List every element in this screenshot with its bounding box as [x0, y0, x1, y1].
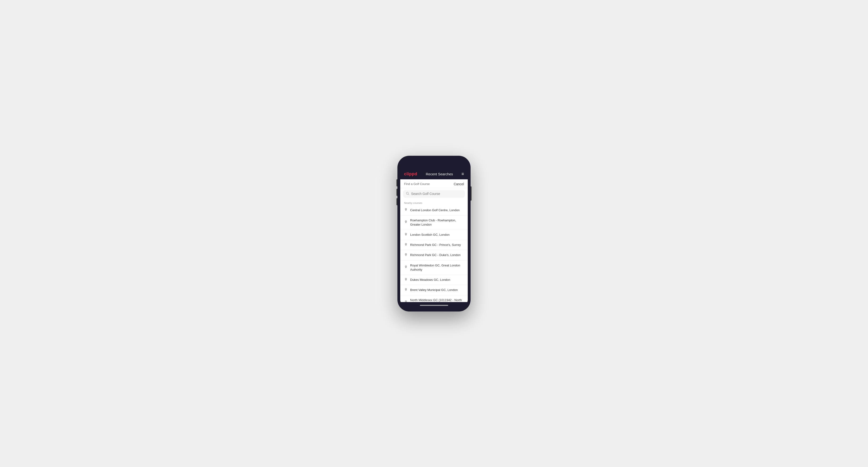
phone-screen: clippd Recent Searches ≡ Find a Golf Cou… [400, 159, 468, 309]
svg-line-1 [408, 194, 409, 195]
location-pin-icon [404, 253, 408, 257]
volume-down-button [397, 189, 397, 196]
location-pin-icon [404, 288, 408, 292]
phone-frame: clippd Recent Searches ≡ Find a Golf Cou… [397, 156, 471, 311]
menu-icon[interactable]: ≡ [461, 172, 464, 177]
search-bar [403, 190, 465, 198]
list-item[interactable]: Richmond Park GC - Duke's, London [400, 250, 468, 260]
location-pin-icon [404, 243, 408, 247]
home-bar [420, 305, 448, 306]
course-name: London Scottish GC, London [410, 233, 450, 237]
list-item[interactable]: Dukes Meadows GC, London [400, 275, 468, 285]
list-item[interactable]: Richmond Park GC - Prince's, Surrey [400, 240, 468, 250]
list-item[interactable]: Roehampton Club - Roehampton, Greater Lo… [400, 215, 468, 230]
course-list: Central London Golf Centre, London Roeha… [400, 205, 468, 302]
list-item[interactable]: London Scottish GC, London [400, 230, 468, 240]
volume-up-button [397, 179, 397, 186]
course-name: Richmond Park GC - Prince's, Surrey [410, 243, 461, 247]
app-logo: clippd [404, 172, 417, 177]
search-bar-container [400, 188, 468, 199]
course-name: Brent Valley Municipal GC, London [410, 288, 458, 292]
course-name: Roehampton Club - Roehampton, Greater Lo… [410, 218, 464, 227]
silent-switch [397, 198, 397, 205]
location-pin-icon [404, 208, 408, 212]
list-item[interactable]: North Middlesex GC (1011942 - North Midd… [400, 295, 468, 302]
location-pin-icon [404, 233, 408, 237]
list-item[interactable]: Central London Golf Centre, London [400, 205, 468, 215]
home-indicator [400, 302, 468, 309]
find-header: Find a Golf Course Cancel [400, 179, 468, 188]
cancel-button[interactable]: Cancel [454, 182, 464, 186]
course-name: North Middlesex GC (1011942 - North Midd… [410, 298, 464, 302]
location-pin-icon [404, 278, 408, 282]
app-header: clippd Recent Searches ≡ [400, 169, 468, 179]
search-input[interactable] [411, 192, 462, 196]
power-button [471, 186, 471, 200]
course-name: Richmond Park GC - Duke's, London [410, 253, 460, 257]
notch [422, 161, 446, 167]
find-label: Find a Golf Course [404, 182, 430, 186]
location-pin-icon [404, 220, 408, 224]
course-name: Central London Golf Centre, London [410, 208, 460, 212]
list-item[interactable]: Brent Valley Municipal GC, London [400, 285, 468, 295]
content-area: Find a Golf Course Cancel Nearby courses [400, 179, 468, 302]
course-name: Dukes Meadows GC, London [410, 278, 450, 282]
search-icon [406, 192, 409, 196]
location-pin-icon [404, 266, 408, 270]
list-item[interactable]: Royal Wimbledon GC, Great London Authori… [400, 260, 468, 275]
course-name: Royal Wimbledon GC, Great London Authori… [410, 263, 464, 272]
page-title: Recent Searches [426, 172, 453, 176]
nearby-section-label: Nearby courses [400, 199, 468, 205]
